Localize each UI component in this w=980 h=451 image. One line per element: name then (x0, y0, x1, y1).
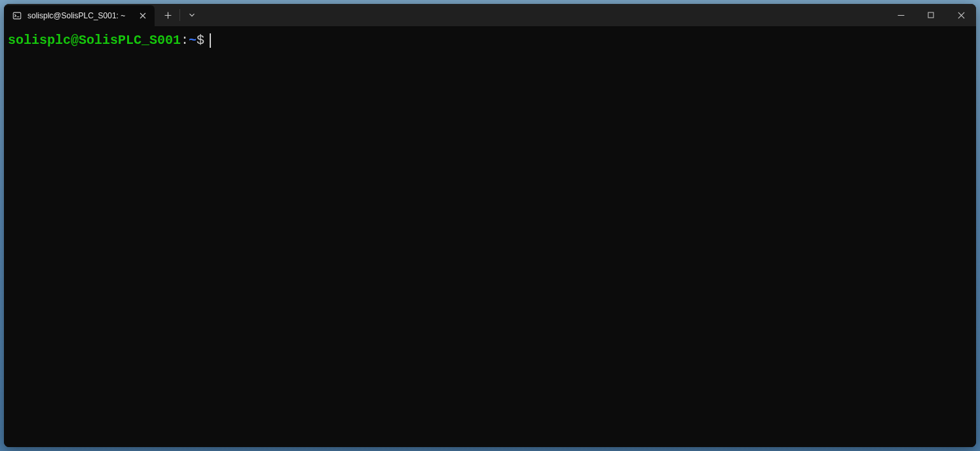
prompt-path: ~ (189, 33, 197, 48)
tabbar-actions (155, 4, 202, 26)
window-controls (886, 4, 976, 26)
titlebar: solisplc@SolisPLC_S001: ~ (4, 4, 976, 26)
maximize-button[interactable] (916, 4, 946, 26)
prompt-symbol: $ (197, 33, 204, 48)
tabbar-divider (179, 9, 180, 21)
tab-close-button[interactable] (138, 10, 148, 21)
prompt-separator: : (181, 33, 189, 48)
svg-rect-1 (928, 12, 933, 18)
terminal-viewport[interactable]: solisplc@SolisPLC_S001:~$ (4, 26, 976, 447)
new-tab-button[interactable] (157, 5, 178, 26)
titlebar-drag-region[interactable] (202, 4, 886, 26)
tab-title: solisplc@SolisPLC_S001: ~ (28, 11, 132, 20)
tabs-region: solisplc@SolisPLC_S001: ~ (4, 4, 155, 26)
prompt-userhost: solisplc@SolisPLC_S001 (8, 33, 181, 48)
terminal-window: solisplc@SolisPLC_S001: ~ (4, 4, 976, 447)
svg-rect-0 (13, 12, 20, 19)
tab-dropdown-button[interactable] (181, 5, 202, 26)
minimize-button[interactable] (886, 4, 916, 26)
close-button[interactable] (946, 4, 976, 26)
text-cursor (210, 33, 211, 48)
prompt-line: solisplc@SolisPLC_S001:~$ (8, 33, 973, 48)
tab-active[interactable]: solisplc@SolisPLC_S001: ~ (4, 5, 155, 26)
terminal-icon (12, 10, 22, 21)
